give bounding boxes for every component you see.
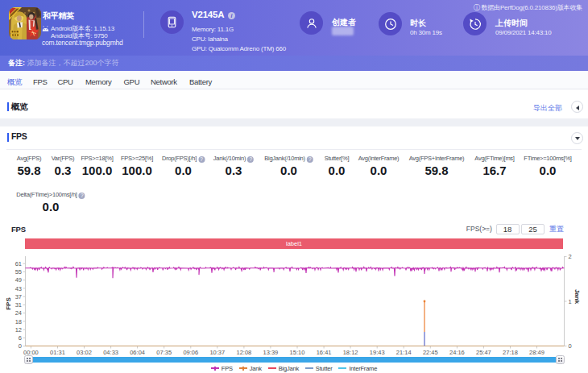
svg-text:1: 1: [569, 298, 572, 305]
svg-text:15:10: 15:10: [290, 349, 305, 356]
svg-text:06:04: 06:04: [130, 349, 145, 356]
svg-text:12: 12: [15, 326, 22, 334]
svg-text:13:39: 13:39: [263, 349, 279, 356]
svg-text:16:41: 16:41: [317, 349, 332, 356]
svg-text:21:14: 21:14: [396, 349, 412, 356]
svg-text:25:47: 25:47: [476, 349, 491, 356]
svg-text:03:02: 03:02: [77, 349, 92, 356]
svg-text:37: 37: [15, 293, 22, 300]
svg-text:0: 0: [19, 342, 22, 350]
svg-text:31: 31: [15, 301, 22, 309]
svg-text:12:08: 12:08: [237, 349, 252, 356]
svg-text:22:45: 22:45: [423, 349, 438, 356]
svg-text:55: 55: [15, 268, 22, 276]
svg-text:07:35: 07:35: [156, 349, 172, 356]
svg-text:18:12: 18:12: [343, 349, 358, 356]
svg-text:49: 49: [15, 276, 22, 284]
svg-text:24: 24: [15, 309, 22, 317]
svg-text:10:37: 10:37: [209, 349, 225, 356]
svg-text:27:18: 27:18: [503, 349, 518, 356]
svg-text:Jank: Jank: [574, 289, 581, 305]
svg-text:19:43: 19:43: [370, 349, 385, 356]
svg-text:28:49: 28:49: [529, 349, 545, 356]
svg-text:FPS: FPS: [5, 297, 12, 310]
svg-text:6: 6: [19, 334, 22, 342]
svg-text:0: 0: [569, 342, 572, 350]
svg-text:43: 43: [15, 285, 22, 292]
svg-text:61: 61: [15, 260, 22, 267]
svg-text:04:33: 04:33: [103, 349, 118, 356]
svg-text:09:06: 09:06: [183, 349, 198, 356]
svg-text:24:16: 24:16: [449, 349, 465, 356]
svg-text:2: 2: [569, 253, 572, 260]
svg-text:18: 18: [15, 318, 22, 325]
svg-text:01:31: 01:31: [50, 349, 65, 356]
